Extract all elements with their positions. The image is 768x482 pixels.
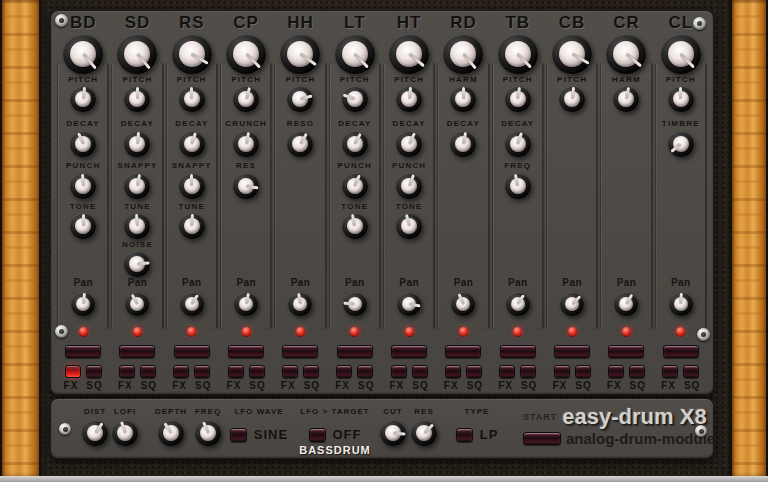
lfo-wave-value: SINE bbox=[254, 427, 288, 442]
param-knob-res[interactable] bbox=[233, 173, 259, 199]
sq-button[interactable] bbox=[520, 365, 536, 378]
sq-button[interactable] bbox=[629, 365, 645, 378]
fx-sq-buttons bbox=[654, 365, 708, 378]
sq-button[interactable] bbox=[86, 365, 102, 378]
trigger-button[interactable] bbox=[391, 345, 427, 358]
mod-knob-freq[interactable] bbox=[195, 420, 221, 446]
param-knob-punch[interactable] bbox=[70, 173, 96, 199]
mod-knob-dist[interactable] bbox=[82, 420, 108, 446]
trigger-led bbox=[622, 327, 631, 336]
fx-button[interactable] bbox=[608, 365, 624, 378]
volume-knob[interactable] bbox=[335, 34, 375, 74]
start-button[interactable] bbox=[523, 432, 561, 445]
fx-button[interactable] bbox=[445, 365, 461, 378]
param-knob-pitch[interactable] bbox=[342, 86, 368, 112]
param-knob-pitch[interactable] bbox=[70, 86, 96, 112]
filter-type-label: TYPE bbox=[447, 407, 507, 416]
trigger-button[interactable] bbox=[445, 345, 481, 358]
param-label-punch: PUNCH bbox=[377, 161, 441, 170]
sq-label: SQ bbox=[575, 380, 591, 391]
sq-button[interactable] bbox=[194, 365, 210, 378]
param-knob-pitch[interactable] bbox=[559, 86, 585, 112]
param-knob-punch[interactable] bbox=[396, 173, 422, 199]
trigger-button[interactable] bbox=[554, 345, 590, 358]
fx-button[interactable] bbox=[554, 365, 570, 378]
fx-button[interactable] bbox=[65, 365, 81, 378]
trigger-button[interactable] bbox=[663, 345, 699, 358]
fx-button[interactable] bbox=[662, 365, 678, 378]
fx-button[interactable] bbox=[391, 365, 407, 378]
fx-sq-labels: FXSQ bbox=[56, 380, 110, 391]
trigger-button[interactable] bbox=[228, 345, 264, 358]
screw-bottom-left bbox=[55, 325, 68, 338]
volume-knob[interactable] bbox=[552, 34, 592, 74]
pan-knob[interactable] bbox=[669, 292, 693, 316]
pan-knob[interactable] bbox=[397, 292, 421, 316]
param-knob-decay[interactable] bbox=[505, 131, 531, 157]
trigger-button[interactable] bbox=[119, 345, 155, 358]
pan-knob[interactable] bbox=[343, 292, 367, 316]
param-knob-tone[interactable] bbox=[342, 213, 368, 239]
param-knob-punch[interactable] bbox=[342, 173, 368, 199]
fx-label: FX bbox=[281, 380, 296, 391]
param-knob-crunch[interactable] bbox=[233, 131, 259, 157]
sq-button[interactable] bbox=[683, 365, 699, 378]
mod-knob-depth[interactable] bbox=[158, 420, 184, 446]
fx-button[interactable] bbox=[228, 365, 244, 378]
sq-button[interactable] bbox=[575, 365, 591, 378]
volume-knob[interactable] bbox=[661, 34, 701, 74]
pan-knob[interactable] bbox=[560, 292, 584, 316]
sq-button[interactable] bbox=[466, 365, 482, 378]
param-knob-decay[interactable] bbox=[179, 131, 205, 157]
filter-type-button[interactable] bbox=[456, 428, 473, 442]
trigger-button[interactable] bbox=[174, 345, 210, 358]
param-knob-tune[interactable] bbox=[179, 213, 205, 239]
param-knob-decay[interactable] bbox=[342, 131, 368, 157]
param-knob-tone[interactable] bbox=[396, 213, 422, 239]
param-knob-pitch[interactable] bbox=[179, 86, 205, 112]
pan-knob[interactable] bbox=[180, 292, 204, 316]
plugin-subtitle: analog-drum-module bbox=[566, 430, 715, 447]
fx-button[interactable] bbox=[499, 365, 515, 378]
trigger-button[interactable] bbox=[282, 345, 318, 358]
trigger-button[interactable] bbox=[608, 345, 644, 358]
volume-knob[interactable] bbox=[63, 34, 103, 74]
fx-button[interactable] bbox=[173, 365, 189, 378]
sq-button[interactable] bbox=[412, 365, 428, 378]
sq-button[interactable] bbox=[357, 365, 373, 378]
trigger-button[interactable] bbox=[337, 345, 373, 358]
channel-strips: BDPITCHDECAYPUNCHTONEPanFXSQSDPITCHDECAY… bbox=[51, 11, 713, 394]
param-knob-tone[interactable] bbox=[70, 213, 96, 239]
param-knob-decay[interactable] bbox=[70, 131, 96, 157]
filter-knob-res[interactable] bbox=[411, 420, 437, 446]
sq-button[interactable] bbox=[249, 365, 265, 378]
trigger-button[interactable] bbox=[500, 345, 536, 358]
volume-knob[interactable] bbox=[226, 34, 266, 74]
lfo-wave-button[interactable] bbox=[230, 428, 247, 442]
lfo-target-button[interactable] bbox=[309, 428, 326, 442]
trigger-button[interactable] bbox=[65, 345, 101, 358]
fx-button[interactable] bbox=[336, 365, 352, 378]
sq-button[interactable] bbox=[303, 365, 319, 378]
param-knob-pitch[interactable] bbox=[505, 86, 531, 112]
volume-knob[interactable] bbox=[498, 34, 538, 74]
param-knob-snappy[interactable] bbox=[179, 173, 205, 199]
param-knob-freq[interactable] bbox=[505, 173, 531, 199]
sq-label: SQ bbox=[412, 380, 428, 391]
param-knob-decay[interactable] bbox=[396, 131, 422, 157]
fx-button[interactable] bbox=[282, 365, 298, 378]
param-knob-pitch[interactable] bbox=[233, 86, 259, 112]
volume-knob[interactable] bbox=[172, 34, 212, 74]
mod-knob-lofi[interactable] bbox=[112, 420, 138, 446]
volume-knob[interactable] bbox=[389, 34, 429, 74]
fx-button[interactable] bbox=[119, 365, 135, 378]
sq-button[interactable] bbox=[140, 365, 156, 378]
filter-knob-cut[interactable] bbox=[380, 420, 406, 446]
pan-knob[interactable] bbox=[71, 292, 95, 316]
pan-knob[interactable] bbox=[234, 292, 258, 316]
param-knob-pitch[interactable] bbox=[668, 86, 694, 112]
plugin-title: easy-drum X8 bbox=[562, 404, 706, 430]
param-knob-timbre[interactable] bbox=[668, 131, 694, 157]
param-knob-pitch[interactable] bbox=[396, 86, 422, 112]
pan-knob[interactable] bbox=[506, 292, 530, 316]
